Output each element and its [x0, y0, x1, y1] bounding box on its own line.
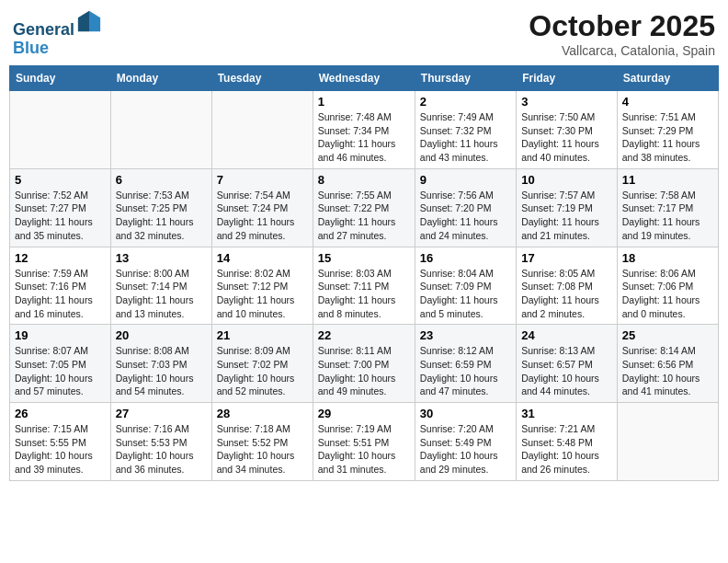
day-number: 19	[15, 328, 106, 342]
day-number: 2	[420, 95, 511, 109]
day-info: Sunrise: 8:05 AMSunset: 7:08 PMDaylight:…	[521, 267, 612, 321]
calendar-cell	[10, 91, 111, 169]
day-info: Sunrise: 7:58 AMSunset: 7:17 PMDaylight:…	[622, 189, 713, 243]
day-number: 18	[622, 251, 713, 265]
calendar-cell: 27Sunrise: 7:16 AMSunset: 5:53 PMDayligh…	[110, 403, 211, 481]
day-number: 6	[116, 173, 207, 187]
calendar-cell: 8Sunrise: 7:55 AMSunset: 7:22 PMDaylight…	[313, 168, 415, 247]
calendar-body: 1Sunrise: 7:48 AMSunset: 7:34 PMDaylight…	[10, 91, 719, 481]
calendar-cell: 14Sunrise: 8:02 AMSunset: 7:12 PMDayligh…	[211, 247, 313, 325]
day-number: 27	[116, 407, 207, 420]
day-number: 13	[116, 251, 207, 265]
day-info: Sunrise: 8:11 AMSunset: 7:00 PMDaylight:…	[318, 344, 410, 398]
day-info: Sunrise: 8:07 AMSunset: 7:05 PMDaylight:…	[15, 344, 106, 398]
calendar-week-row: 19Sunrise: 8:07 AMSunset: 7:05 PMDayligh…	[10, 325, 719, 403]
day-info: Sunrise: 7:51 AMSunset: 7:29 PMDaylight:…	[622, 110, 713, 165]
day-number: 28	[217, 407, 308, 420]
calendar-week-row: 1Sunrise: 7:48 AMSunset: 7:34 PMDaylight…	[10, 91, 719, 169]
day-info: Sunrise: 7:19 AMSunset: 5:51 PMDaylight:…	[318, 422, 410, 477]
day-number: 15	[318, 251, 410, 265]
calendar-cell: 29Sunrise: 7:19 AMSunset: 5:51 PMDayligh…	[313, 403, 415, 481]
day-info: Sunrise: 8:00 AMSunset: 7:14 PMDaylight:…	[116, 267, 207, 321]
day-number: 20	[116, 328, 207, 342]
calendar-cell: 23Sunrise: 8:12 AMSunset: 6:59 PMDayligh…	[415, 325, 516, 403]
day-number: 31	[521, 407, 612, 420]
calendar-cell: 21Sunrise: 8:09 AMSunset: 7:02 PMDayligh…	[211, 325, 313, 403]
calendar-week-row: 5Sunrise: 7:52 AMSunset: 7:27 PMDaylight…	[10, 168, 719, 247]
logo-icon	[76, 9, 102, 35]
calendar-cell: 16Sunrise: 8:04 AMSunset: 7:09 PMDayligh…	[415, 247, 516, 325]
day-number: 10	[521, 173, 612, 187]
logo-blue-text: Blue	[13, 39, 49, 57]
day-number: 30	[420, 407, 511, 420]
calendar-cell: 28Sunrise: 7:18 AMSunset: 5:52 PMDayligh…	[211, 403, 313, 481]
calendar-cell: 1Sunrise: 7:48 AMSunset: 7:34 PMDaylight…	[313, 91, 415, 169]
page-header: General Blue October 2025 Vallcarca, Cat…	[9, 9, 719, 58]
calendar-cell: 31Sunrise: 7:21 AMSunset: 5:48 PMDayligh…	[517, 403, 618, 481]
day-number: 4	[622, 95, 713, 109]
day-info: Sunrise: 7:18 AMSunset: 5:52 PMDaylight:…	[217, 422, 308, 477]
calendar-cell: 10Sunrise: 7:57 AMSunset: 7:19 PMDayligh…	[517, 168, 618, 247]
calendar-cell: 5Sunrise: 7:52 AMSunset: 7:27 PMDaylight…	[10, 168, 111, 247]
calendar-week-row: 26Sunrise: 7:15 AMSunset: 5:55 PMDayligh…	[10, 403, 719, 481]
calendar-cell: 12Sunrise: 7:59 AMSunset: 7:16 PMDayligh…	[10, 247, 111, 325]
day-info: Sunrise: 8:04 AMSunset: 7:09 PMDaylight:…	[420, 267, 511, 321]
calendar-cell: 19Sunrise: 8:07 AMSunset: 7:05 PMDayligh…	[10, 325, 111, 403]
calendar-cell: 20Sunrise: 8:08 AMSunset: 7:03 PMDayligh…	[110, 325, 211, 403]
day-number: 3	[521, 95, 612, 109]
day-info: Sunrise: 8:14 AMSunset: 6:56 PMDaylight:…	[622, 344, 713, 398]
day-info: Sunrise: 8:12 AMSunset: 6:59 PMDaylight:…	[420, 344, 511, 398]
svg-marker-1	[78, 11, 89, 31]
day-info: Sunrise: 7:57 AMSunset: 7:19 PMDaylight:…	[521, 189, 612, 243]
calendar-table: SundayMondayTuesdayWednesdayThursdayFrid…	[9, 65, 719, 481]
day-info: Sunrise: 7:59 AMSunset: 7:16 PMDaylight:…	[15, 267, 106, 321]
day-number: 25	[622, 328, 713, 342]
calendar-cell: 25Sunrise: 8:14 AMSunset: 6:56 PMDayligh…	[617, 325, 718, 403]
day-info: Sunrise: 7:20 AMSunset: 5:49 PMDaylight:…	[420, 422, 511, 477]
day-info: Sunrise: 7:52 AMSunset: 7:27 PMDaylight:…	[15, 189, 106, 243]
day-info: Sunrise: 8:08 AMSunset: 7:03 PMDaylight:…	[116, 344, 207, 398]
calendar-cell	[211, 91, 313, 169]
calendar-cell: 2Sunrise: 7:49 AMSunset: 7:32 PMDaylight…	[415, 91, 516, 169]
day-info: Sunrise: 8:03 AMSunset: 7:11 PMDaylight:…	[318, 267, 410, 321]
weekday-header-cell: Friday	[517, 66, 618, 91]
calendar-cell: 15Sunrise: 8:03 AMSunset: 7:11 PMDayligh…	[313, 247, 415, 325]
calendar-cell: 11Sunrise: 7:58 AMSunset: 7:17 PMDayligh…	[617, 168, 718, 247]
day-info: Sunrise: 8:09 AMSunset: 7:02 PMDaylight:…	[217, 344, 308, 398]
calendar-cell: 22Sunrise: 8:11 AMSunset: 7:00 PMDayligh…	[313, 325, 415, 403]
day-info: Sunrise: 8:13 AMSunset: 6:57 PMDaylight:…	[521, 344, 612, 398]
day-number: 14	[217, 251, 308, 265]
calendar-cell: 17Sunrise: 8:05 AMSunset: 7:08 PMDayligh…	[517, 247, 618, 325]
day-number: 12	[15, 251, 106, 265]
logo-general-text: General	[13, 20, 74, 39]
weekday-header-row: SundayMondayTuesdayWednesdayThursdayFrid…	[10, 66, 719, 91]
calendar-cell	[110, 91, 211, 169]
day-info: Sunrise: 7:16 AMSunset: 5:53 PMDaylight:…	[116, 422, 207, 477]
day-info: Sunrise: 7:53 AMSunset: 7:25 PMDaylight:…	[116, 189, 207, 243]
day-number: 9	[420, 173, 511, 187]
day-info: Sunrise: 7:50 AMSunset: 7:30 PMDaylight:…	[521, 110, 612, 165]
day-number: 21	[217, 328, 308, 342]
day-info: Sunrise: 7:49 AMSunset: 7:32 PMDaylight:…	[420, 110, 511, 165]
calendar-cell: 9Sunrise: 7:56 AMSunset: 7:20 PMDaylight…	[415, 168, 516, 247]
day-number: 8	[318, 173, 410, 187]
calendar-cell	[617, 403, 718, 481]
calendar-cell: 3Sunrise: 7:50 AMSunset: 7:30 PMDaylight…	[517, 91, 618, 169]
calendar-cell: 26Sunrise: 7:15 AMSunset: 5:55 PMDayligh…	[10, 403, 111, 481]
location: Vallcarca, Catalonia, Spain	[529, 43, 715, 58]
calendar-cell: 24Sunrise: 8:13 AMSunset: 6:57 PMDayligh…	[517, 325, 618, 403]
calendar-cell: 6Sunrise: 7:53 AMSunset: 7:25 PMDaylight…	[110, 168, 211, 247]
day-number: 11	[622, 173, 713, 187]
day-info: Sunrise: 7:54 AMSunset: 7:24 PMDaylight:…	[217, 189, 308, 243]
day-info: Sunrise: 7:55 AMSunset: 7:22 PMDaylight:…	[318, 189, 410, 243]
day-info: Sunrise: 8:02 AMSunset: 7:12 PMDaylight:…	[217, 267, 308, 321]
calendar-week-row: 12Sunrise: 7:59 AMSunset: 7:16 PMDayligh…	[10, 247, 719, 325]
day-number: 24	[521, 328, 612, 342]
weekday-header-cell: Monday	[110, 66, 211, 91]
day-number: 16	[420, 251, 511, 265]
weekday-header-cell: Saturday	[617, 66, 718, 91]
weekday-header-cell: Sunday	[10, 66, 111, 91]
day-number: 29	[318, 407, 410, 420]
day-number: 17	[521, 251, 612, 265]
calendar-cell: 18Sunrise: 8:06 AMSunset: 7:06 PMDayligh…	[617, 247, 718, 325]
